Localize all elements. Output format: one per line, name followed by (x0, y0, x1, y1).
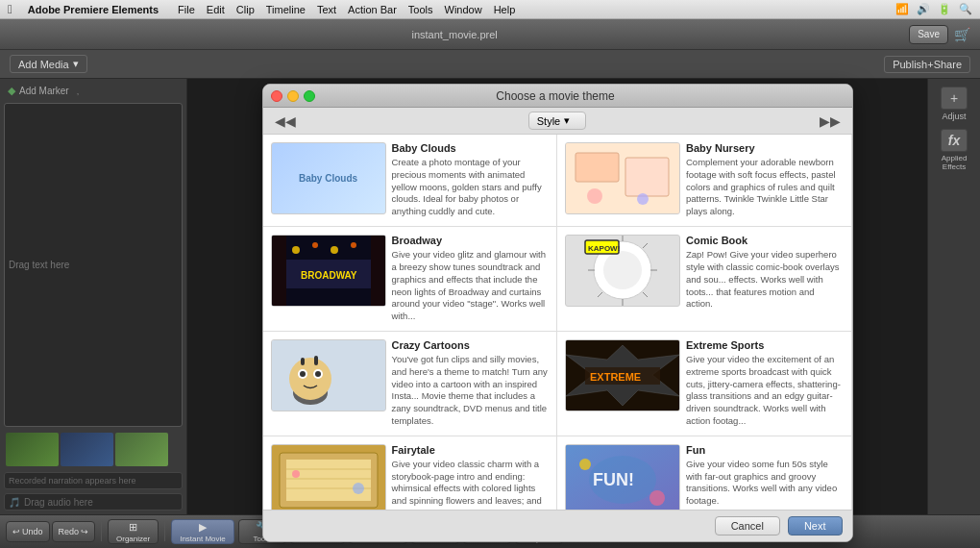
theme-item-fairytale[interactable]: Fairytale Give your video classic charm … (263, 436, 558, 510)
theme-info-baby-clouds: Baby Clouds Create a photo montage of yo… (392, 142, 550, 218)
theme-name-fun: Fun (686, 444, 844, 456)
comma-icon: , (77, 87, 80, 96)
thumb-label-baby-clouds: Baby Clouds (299, 173, 357, 184)
svg-text:FUN!: FUN! (593, 470, 634, 489)
nav-next-button[interactable]: ▶▶ (816, 113, 845, 129)
menu-file[interactable]: File (178, 4, 195, 15)
theme-thumb-fairytale (271, 444, 386, 510)
theme-info-fairytale: Fairytale Give your video classic charm … (392, 444, 550, 510)
add-marker-button[interactable]: Add Marker (19, 86, 69, 96)
cart-icon: 🛒 (954, 27, 970, 42)
redo-label: Redo (59, 527, 80, 536)
theme-item-baby-clouds[interactable]: Baby Clouds Baby Clouds Create a photo m… (263, 135, 558, 227)
menu-text[interactable]: Text (317, 4, 336, 15)
theme-name-extreme-sports: Extreme Sports (686, 339, 844, 351)
menu-timeline[interactable]: Timeline (266, 4, 306, 15)
theme-name-broadway: Broadway (392, 235, 550, 246)
svg-point-46 (292, 470, 300, 478)
theme-item-comic-book[interactable]: KAPOW! Comic Book Zap! Pow! Give your vi… (557, 227, 852, 332)
theme-thumb-crazy-cartoons (271, 339, 386, 411)
theme-name-baby-clouds: Baby Clouds (392, 142, 550, 154)
record-hint-label: Recorded narration appears here (9, 476, 136, 486)
add-media-label: Add Media (18, 59, 69, 70)
theme-info-baby-nursery: Baby Nursery Complement your adorable ne… (686, 142, 844, 218)
adjust-label: Adjust (942, 112, 966, 121)
instant-movie-label: Instant Movie (180, 535, 226, 543)
undo-button[interactable]: ↩ Undo (6, 521, 50, 542)
effects-panel-button[interactable]: fx Applied Effects (932, 129, 976, 171)
svg-rect-35 (314, 356, 318, 365)
theme-desc-baby-nursery: Complement your adorable newborn footage… (686, 157, 844, 218)
search-icon[interactable]: 🔍 (959, 3, 972, 15)
undo-redo-group: ↩ Undo Redo ↪ (6, 521, 95, 542)
theme-thumb-broadway: BROADWAY (271, 235, 386, 307)
menu-edit[interactable]: Edit (207, 4, 225, 15)
theme-name-fairytale: Fairytale (392, 444, 550, 456)
organizer-button[interactable]: ⊞ Organizer (108, 519, 159, 544)
svg-point-4 (637, 193, 649, 205)
themes-grid: Baby Clouds Baby Clouds Create a photo m… (263, 135, 852, 510)
publish-share-button[interactable]: Publish+Share (884, 56, 970, 73)
svg-point-9 (312, 242, 318, 248)
theme-item-extreme-sports[interactable]: EXTREME Extreme Sports Give your video t… (557, 332, 852, 436)
theme-info-extreme-sports: Extreme Sports Give your video the excit… (686, 339, 844, 428)
theme-name-crazy-cartoons: Crazy Cartoons (392, 339, 550, 351)
svg-point-52 (579, 459, 591, 470)
menu-action-bar[interactable]: Action Bar (348, 4, 397, 15)
right-panel: + Adjust fx Applied Effects (927, 79, 980, 514)
panel-bar: Add Media ▾ Publish+Share (0, 50, 980, 79)
svg-point-10 (331, 246, 338, 254)
wifi-icon: 📶 (895, 3, 909, 15)
audio-drag-area: 🎵 Drag audio here (4, 493, 183, 511)
svg-point-33 (315, 371, 321, 377)
thumbnail-strip (4, 431, 183, 468)
theme-item-broadway[interactable]: BROADWAY Broadway Give your video glitz … (263, 227, 558, 332)
svg-point-47 (353, 483, 364, 494)
svg-rect-7 (371, 236, 385, 306)
organizer-label: Organizer (116, 535, 150, 543)
theme-info-fun: Fun Give your video some fun 50s style w… (686, 444, 844, 508)
redo-button[interactable]: Redo ↪ (52, 521, 96, 542)
modal-titlebar: Choose a movie theme (263, 85, 852, 108)
app-name: Adobe Premiere Elements (28, 4, 159, 15)
nav-prev-button[interactable]: ◀◀ (271, 113, 300, 129)
theme-item-crazy-cartoons[interactable]: Crazy Cartoons You've got fun clips and … (263, 332, 558, 436)
marker-row: ◆ Add Marker , (4, 83, 183, 99)
style-bar: ◀◀ Style ▾ ▶▶ (263, 108, 852, 135)
instant-movie-button[interactable]: ▶ Instant Movie (171, 519, 234, 544)
menu-bar:  Adobe Premiere Elements File Edit Clip… (0, 0, 980, 19)
svg-text:KAPOW!: KAPOW! (588, 244, 620, 253)
theme-item-fun[interactable]: FUN! Fun Give your video some fun 50s st… (557, 436, 852, 510)
modal-title: Choose a movie theme (267, 89, 845, 103)
volume-icon: 🔊 (917, 3, 930, 15)
thumbnail-2 (61, 433, 113, 466)
divider-2 (164, 522, 165, 541)
theme-thumb-comic-book: KAPOW! (565, 235, 680, 307)
menu-window[interactable]: Window (445, 4, 482, 15)
menu-help[interactable]: Help (494, 4, 516, 15)
theme-desc-extreme-sports: Give your video the excitement of an ext… (686, 354, 844, 428)
main-area: ◆ Add Marker , Drag text here Recorded n… (0, 79, 980, 514)
theme-item-baby-nursery[interactable]: Baby Nursery Complement your adorable ne… (557, 135, 852, 227)
svg-point-29 (289, 358, 331, 400)
theme-desc-fun: Give your video some fun 50s style with … (686, 459, 844, 508)
svg-point-53 (649, 490, 665, 506)
menu-clip[interactable]: Clip (236, 4, 255, 15)
battery-icon: 🔋 (938, 3, 951, 15)
cancel-button[interactable]: Cancel (715, 516, 780, 536)
save-button[interactable]: Save (909, 25, 948, 44)
style-label: Style (537, 115, 560, 127)
audio-label: Drag audio here (24, 497, 93, 508)
theme-desc-crazy-cartoons: You've got fun clips and silly movies, a… (392, 354, 550, 428)
style-dropdown[interactable]: Style ▾ (528, 112, 586, 130)
recorded-narration-area: Recorded narration appears here (4, 472, 183, 489)
svg-rect-6 (272, 236, 286, 306)
instant-movie-icon: ▶ (199, 521, 207, 534)
menu-tools[interactable]: Tools (408, 4, 433, 15)
theme-thumb-baby-nursery (565, 142, 680, 214)
add-media-button[interactable]: Add Media ▾ (10, 55, 87, 73)
next-button[interactable]: Next (788, 516, 843, 536)
audio-icon: 🎵 (9, 497, 20, 508)
adjust-panel-button[interactable]: + Adjust (941, 87, 968, 121)
drag-hint-label: Drag text here (9, 260, 69, 270)
